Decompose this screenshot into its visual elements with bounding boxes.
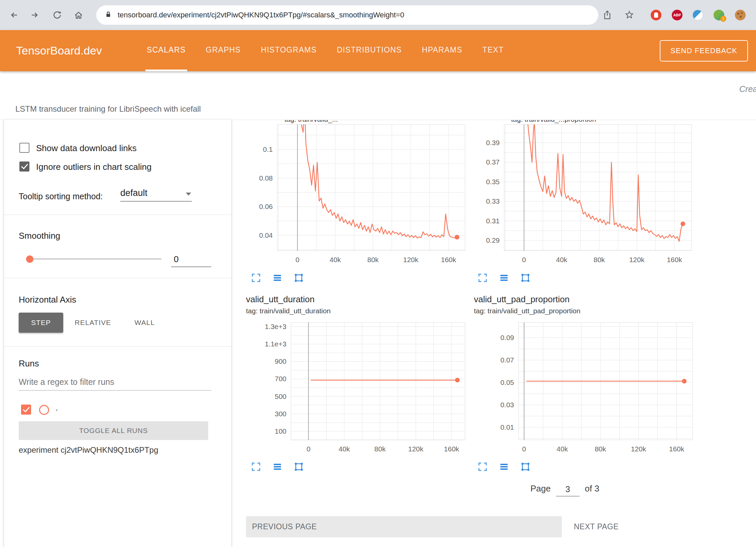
- chevron-down-icon: [186, 193, 191, 196]
- svg-text:0.07: 0.07: [500, 356, 514, 364]
- share-icon[interactable]: [602, 10, 612, 20]
- svg-text:300: 300: [275, 410, 286, 418]
- clipped-chart-header: tag: train/valid_...proportion: [511, 120, 596, 124]
- run-checkbox[interactable]: [21, 405, 31, 415]
- data-table-icon[interactable]: [272, 273, 282, 283]
- runs-filter-input[interactable]: [19, 377, 211, 391]
- fit-domain-icon[interactable]: [520, 462, 530, 472]
- forward-icon[interactable]: [30, 10, 40, 20]
- svg-text:80k: 80k: [594, 256, 605, 263]
- expand-icon[interactable]: [478, 462, 488, 472]
- expand-icon[interactable]: [251, 273, 261, 283]
- runs-label: Runs: [19, 358, 39, 369]
- toggle-all-runs-button[interactable]: TOGGLE ALL RUNS: [19, 421, 208, 440]
- bookmark-star-icon[interactable]: [624, 10, 634, 20]
- experiment-caption: experiment cj2vtPiwQHKN9Q1tx6PTpg: [19, 445, 158, 455]
- previous-page-button[interactable]: PREVIOUS PAGE: [246, 516, 562, 537]
- tab-histograms[interactable]: HISTOGRAMS: [259, 30, 318, 71]
- browser-chrome: tensorboard.dev/experiment/cj2vtPiwQHKN9…: [0, 0, 756, 30]
- nav-tabs: SCALARS GRAPHS HISTOGRAMS DISTRIBUTIONS …: [145, 30, 522, 71]
- svg-text:0.03: 0.03: [500, 401, 514, 409]
- ignore-outliers-checkbox[interactable]: [19, 161, 29, 172]
- avatar-badge: 1: [720, 16, 726, 22]
- svg-text:0.06: 0.06: [259, 203, 273, 210]
- svg-text:80k: 80k: [367, 256, 379, 263]
- axis-wall-button[interactable]: WALL: [123, 313, 166, 333]
- lock-icon[interactable]: [104, 10, 112, 20]
- svg-text:0.09: 0.09: [500, 334, 514, 341]
- tooltip-sorting-label: Tooltip sorting method:: [19, 192, 103, 201]
- send-feedback-button[interactable]: SEND FEEDBACK: [660, 40, 748, 62]
- abp-extension-icon[interactable]: ABP: [672, 10, 682, 20]
- profile-avatar[interactable]: 1: [714, 10, 724, 20]
- svg-text:900: 900: [275, 357, 286, 365]
- page-of-label: of 3: [585, 483, 599, 497]
- chart-actions: [251, 462, 304, 472]
- extension-icon[interactable]: [692, 10, 703, 20]
- back-icon[interactable]: [9, 10, 19, 20]
- svg-text:0.37: 0.37: [486, 158, 500, 166]
- tab-text[interactable]: TEXT: [481, 30, 505, 71]
- svg-text:120k: 120k: [408, 445, 423, 453]
- page-number-input[interactable]: 3: [556, 484, 580, 497]
- svg-text:40k: 40k: [330, 256, 341, 263]
- svg-text:500: 500: [275, 393, 286, 400]
- tooltip-sorting-select[interactable]: default: [120, 188, 192, 202]
- svg-text:160k: 160k: [669, 445, 684, 453]
- home-icon[interactable]: [74, 10, 84, 20]
- show-download-links-label: Show data download links: [36, 143, 137, 153]
- svg-text:0.35: 0.35: [486, 178, 500, 186]
- svg-text:120k: 120k: [403, 256, 418, 263]
- screen: tensorboard.dev/experiment/cj2vtPiwQHKN9…: [0, 0, 756, 547]
- expand-icon[interactable]: [478, 273, 488, 283]
- url-text: tensorboard.dev/experiment/cj2vtPiwQHKN9…: [118, 11, 404, 19]
- url-bar[interactable]: tensorboard.dev/experiment/cj2vtPiwQHKN9…: [96, 5, 598, 25]
- expand-icon[interactable]: [251, 462, 261, 472]
- brand-logo[interactable]: TensorBoard.dev: [16, 44, 102, 57]
- data-table-icon[interactable]: [499, 273, 509, 283]
- adblock-extension-icon[interactable]: [651, 10, 661, 20]
- scalar-chart-2[interactable]: 1003005007009001.1e+31.3e+3040k80k120k16…: [254, 322, 470, 456]
- svg-text:40k: 40k: [556, 445, 568, 453]
- refresh-icon[interactable]: [52, 10, 62, 20]
- svg-text:40k: 40k: [339, 445, 350, 453]
- scalar-chart-1[interactable]: 0.290.310.330.350.370.39040k80k120k160k: [467, 124, 697, 267]
- data-table-icon[interactable]: [499, 462, 509, 472]
- next-page-button[interactable]: NEXT PAGE: [574, 516, 619, 537]
- tab-scalars[interactable]: SCALARS: [145, 30, 187, 71]
- svg-text:0.1: 0.1: [263, 145, 273, 153]
- scalar-chart-3[interactable]: 0.010.030.050.070.09040k80k120k160k: [482, 322, 698, 456]
- clipped-created-text: Crea: [739, 84, 756, 94]
- slider-thumb[interactable]: [26, 255, 33, 263]
- fit-domain-icon[interactable]: [520, 273, 530, 283]
- svg-text:700: 700: [275, 375, 286, 382]
- svg-text:160k: 160k: [667, 256, 682, 263]
- tab-distributions[interactable]: DISTRIBUTIONS: [336, 30, 403, 71]
- svg-text:40k: 40k: [556, 256, 567, 263]
- svg-text:0: 0: [522, 256, 526, 263]
- fit-domain-icon[interactable]: [294, 462, 304, 472]
- data-table-icon[interactable]: [272, 462, 282, 472]
- tab-graphs[interactable]: GRAPHS: [205, 30, 242, 71]
- divider: [4, 346, 231, 347]
- smoothing-slider[interactable]: [29, 253, 161, 265]
- fit-domain-icon[interactable]: [294, 273, 304, 283]
- horizontal-axis-label: Horizontal Axis: [19, 295, 76, 305]
- clipped-chart-header: tag: train/valid_...: [284, 120, 338, 124]
- svg-text:120k: 120k: [629, 256, 645, 263]
- tab-hparams[interactable]: HPARAMS: [420, 30, 464, 71]
- svg-text:0.29: 0.29: [486, 236, 500, 244]
- cookie-extension-icon[interactable]: [735, 10, 746, 20]
- svg-text:160k: 160k: [441, 256, 456, 263]
- chart-actions: [478, 462, 530, 472]
- slider-track[interactable]: [29, 258, 161, 259]
- chart-tag-valid-utt-duration: tag: train/valid_utt_duration: [246, 307, 331, 315]
- smoothing-value-input[interactable]: 0: [171, 254, 211, 267]
- axis-step-button[interactable]: STEP: [19, 313, 63, 333]
- show-download-links-checkbox[interactable]: [19, 143, 29, 153]
- scalar-chart-0[interactable]: 0.040.060.080.1040k80k120k160k: [240, 124, 470, 267]
- svg-text:0: 0: [295, 256, 299, 263]
- axis-relative-button[interactable]: RELATIVE: [70, 313, 116, 333]
- divider: [4, 215, 231, 215]
- divider: [4, 278, 231, 278]
